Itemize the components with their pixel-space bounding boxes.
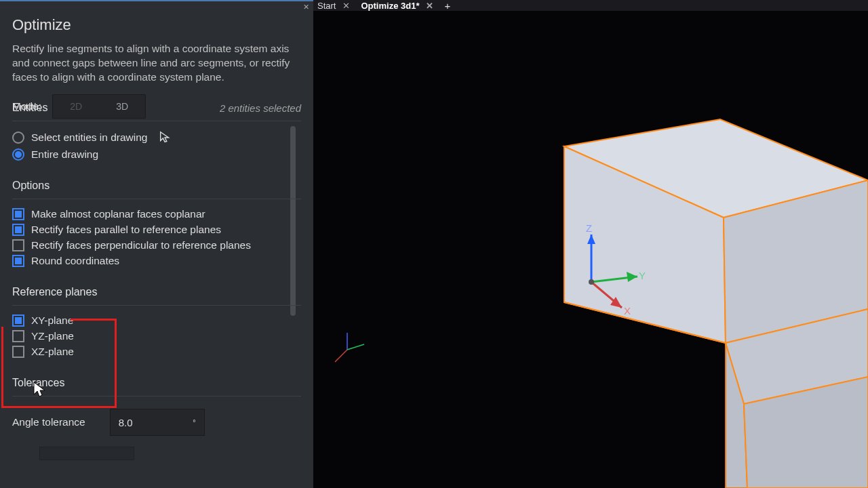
close-icon[interactable]: ✕ <box>342 1 350 11</box>
angle-tolerance-input[interactable]: 8.0 ° <box>110 409 205 436</box>
svg-point-17 <box>589 279 594 285</box>
checkbox-label: YZ-plane <box>31 330 74 342</box>
z-axis-label: Z <box>586 222 592 234</box>
tab-label: Start <box>317 1 336 11</box>
panel-description: Rectify line segments to align with a co… <box>0 42 313 94</box>
x-axis-label: X <box>624 305 631 317</box>
ucs-axis-icon <box>327 329 368 370</box>
checkbox-label: Rectify faces parallel to reference plan… <box>31 224 221 236</box>
checkbox-xz-plane[interactable] <box>12 346 24 358</box>
checkbox-label: Rectify faces perpendicular to reference… <box>31 239 251 251</box>
secondary-tolerance-input[interactable] <box>39 447 134 460</box>
tab-start[interactable]: Start ✕ <box>312 0 355 11</box>
entities-title: Entities <box>12 102 47 114</box>
angle-tolerance-value: 8.0 <box>119 417 133 428</box>
new-tab-button[interactable]: + <box>439 0 456 11</box>
model-geometry: Z Y X <box>313 11 868 488</box>
checkbox-label: Round coordinates <box>31 255 119 267</box>
tab-optimize[interactable]: Optimize 3d1* ✕ <box>355 0 439 11</box>
svg-line-2 <box>335 350 347 362</box>
degree-icon: ° <box>193 418 195 426</box>
entities-status: 2 entities selected <box>220 102 301 114</box>
checkbox-parallel[interactable] <box>12 224 24 236</box>
radio-label: Entire drawing <box>31 148 98 161</box>
options-group: Options Make almost coplanar faces copla… <box>12 174 301 268</box>
reference-planes-title: Reference planes <box>12 286 97 298</box>
reference-planes-group: Reference planes XY-plane YZ-plane XZ-pl… <box>12 281 301 359</box>
checkbox-perpendicular[interactable] <box>12 239 24 251</box>
checkbox-yz-plane[interactable] <box>12 330 24 342</box>
panel-close-icon[interactable]: ✕ <box>303 3 309 12</box>
panel-title: Optimize <box>0 1 313 42</box>
tab-label: Optimize 3d1* <box>361 1 419 11</box>
angle-tolerance-label: Angle tolerance <box>12 416 85 428</box>
viewport-3d[interactable]: Z Y X <box>313 11 868 488</box>
svg-line-1 <box>347 344 364 350</box>
checkbox-label: XZ-plane <box>31 346 74 358</box>
tolerances-group: Tolerances Angle tolerance 8.0 ° <box>12 371 301 466</box>
radio-select-in-drawing[interactable] <box>12 131 24 144</box>
checkbox-xy-plane[interactable] <box>12 314 24 327</box>
optimize-panel: ✕ Optimize Rectify line segments to alig… <box>0 0 313 488</box>
options-title: Options <box>12 180 50 192</box>
checkbox-coplanar[interactable] <box>12 208 24 220</box>
close-icon[interactable]: ✕ <box>426 1 433 11</box>
checkbox-round[interactable] <box>12 255 24 267</box>
spacer <box>12 447 15 460</box>
entities-group: Entities 2 entities selected Select enti… <box>12 96 301 162</box>
radio-label: Select entities in drawing <box>31 131 147 144</box>
y-axis-label: Y <box>639 270 646 281</box>
checkbox-label: XY-plane <box>31 314 73 327</box>
checkbox-label: Make almost coplanar faces coplanar <box>31 208 205 220</box>
pick-cursor-icon[interactable] <box>158 130 173 145</box>
tab-bar: Start ✕ Optimize 3d1* ✕ + <box>312 0 868 11</box>
radio-entire-drawing[interactable] <box>12 148 24 161</box>
tolerances-title: Tolerances <box>12 377 64 389</box>
